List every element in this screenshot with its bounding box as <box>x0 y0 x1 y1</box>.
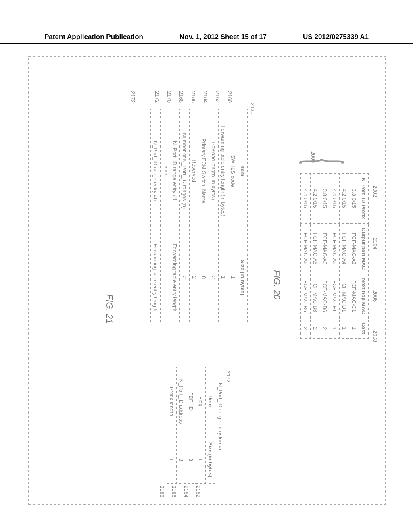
fig20-caption: FIG. 20 <box>271 270 282 299</box>
fig20-col-cost: Cost <box>359 318 369 339</box>
cell: 4.2.0/15 <box>311 174 320 224</box>
cell: FCF-MAC-A4 <box>340 223 349 274</box>
cell: N_Port_ID range entry #1 <box>170 109 180 233</box>
cell: Reserved <box>190 109 199 233</box>
row-ref: 2172 <box>154 83 160 103</box>
cell: FCF-MAC-B6 <box>320 274 330 318</box>
fig21-left-h-size: Size (in bytes) <box>238 233 248 322</box>
cell: SW_ILS code <box>228 109 238 233</box>
row-ref: 2186 <box>171 486 177 510</box>
table-ref-2000: 2000 <box>310 151 316 163</box>
fig20-col-nexthop: Next hop MAC <box>359 274 369 318</box>
fig21-right-h-size: Size (in bytes) <box>206 436 215 484</box>
cell: FCF-MAC-A6 <box>320 223 330 274</box>
cell: Primary FCM Switch_Name <box>199 109 209 233</box>
cell: N_Port_ID range entry #h <box>151 109 161 233</box>
header-right: US 2012/0275339 A1 <box>303 33 369 41</box>
cell: FDF_ID <box>186 367 196 436</box>
cell: 1 <box>228 233 238 322</box>
cell: 8 <box>199 233 209 322</box>
fig21-right-h-item: Item <box>206 367 215 436</box>
col-ref-2006: 2006 <box>372 290 378 302</box>
fig20-table: N_Port_ID Prefix Output port MAC Next ho… <box>300 173 369 339</box>
cell: N_Port_ID address <box>177 367 186 436</box>
fig21-left-ref: 2130 <box>250 103 256 114</box>
cell <box>161 233 170 322</box>
cell: FCF-MAC-A6 <box>311 223 320 274</box>
cell: 1 <box>167 436 177 484</box>
fig20-col-outmac: Output port MAC <box>359 223 369 274</box>
fig21-left-table: Item Size (in bytes) SW_ILS code1 Forwar… <box>150 109 248 322</box>
cell: FCF-MAC-D1 <box>340 274 349 318</box>
col-ref-2002: 2002 <box>372 185 378 197</box>
cell: 4.4.0/15 <box>330 174 340 224</box>
row-ref: 2166 <box>190 83 196 103</box>
fig21-caption: FIG. 21 <box>104 294 115 324</box>
fig21-right-ref: 2172 <box>225 371 232 382</box>
cell: * * * <box>161 109 170 233</box>
cell: FCF-MAC-B6 <box>311 274 320 318</box>
cell: FCF-MAC-A6 <box>301 223 311 274</box>
cell: 4.4.0/15 <box>301 174 311 224</box>
cell: 1 <box>349 318 359 339</box>
figure-content: 2002 2004 2006 2008 N_Port_ID Prefix Out… <box>0 106 413 454</box>
cell: 1 <box>330 318 340 339</box>
cell: 2 <box>180 233 190 322</box>
cell: Forwarding table entry length <box>170 233 180 322</box>
cell: 2 <box>209 233 219 322</box>
header-left: Patent Application Publication <box>44 33 143 41</box>
col-ref-2008: 2008 <box>372 330 378 342</box>
row-ref: 2160 <box>227 83 233 103</box>
cell: 2 <box>301 318 311 339</box>
header-center: Nov. 1, 2012 Sheet 15 of 17 <box>179 33 267 41</box>
cell: Prefix length <box>167 367 177 436</box>
cell: 3.8.0/15 <box>320 174 330 224</box>
row-ref: 2168 <box>178 83 184 103</box>
cell: 1 <box>219 233 228 322</box>
cell: FCF-MAC-A5 <box>330 223 340 274</box>
cell: Flag <box>196 367 206 436</box>
cell: Forwarding table entry length (in bytes) <box>219 109 228 233</box>
row-ref: 2162 <box>215 83 221 103</box>
cell: 2 <box>190 233 199 322</box>
cell: 4.2.0/15 <box>340 174 349 224</box>
cell: 2 <box>311 318 320 339</box>
cell: FCF-MAC-A3 <box>349 223 359 274</box>
fig21-left-h-item: Item <box>238 109 248 233</box>
row-ref: 2182 <box>195 486 201 510</box>
row-ref: 2170 <box>166 83 172 103</box>
cell: Payload length (in bytes) <box>209 109 219 233</box>
cell: FCF-MAC-E1 <box>330 274 340 318</box>
row-ref: 2172 <box>130 83 136 103</box>
page-header: Patent Application Publication Nov. 1, 2… <box>0 33 413 44</box>
cell: FCF-MAC-C1 <box>349 274 359 318</box>
cell: FCF-MAC-B6 <box>301 274 311 318</box>
cell: 3 <box>186 436 196 484</box>
cell: 1 <box>196 436 206 484</box>
cell: 3.8.0/15 <box>349 174 359 224</box>
fig20-col-prefix: N_Port_ID Prefix <box>359 174 369 224</box>
col-ref-2004: 2004 <box>372 238 378 249</box>
row-ref: 2184 <box>183 486 189 510</box>
row-ref: 2164 <box>202 83 209 103</box>
row-ref: 2188 <box>159 486 165 510</box>
cell: Forwarding table entry length <box>151 233 161 322</box>
cell: 3 <box>177 436 186 484</box>
fig21-right-title: N_Port_ID range entry format <box>217 383 223 452</box>
cell: 2 <box>320 318 330 339</box>
fig21-right-table: Item Size (in bytes) Flag1 FDF_ID3 N_Por… <box>167 367 215 484</box>
cell: Number of N_Port_ID ranges (h) <box>180 109 190 233</box>
cell: 1 <box>340 318 349 339</box>
